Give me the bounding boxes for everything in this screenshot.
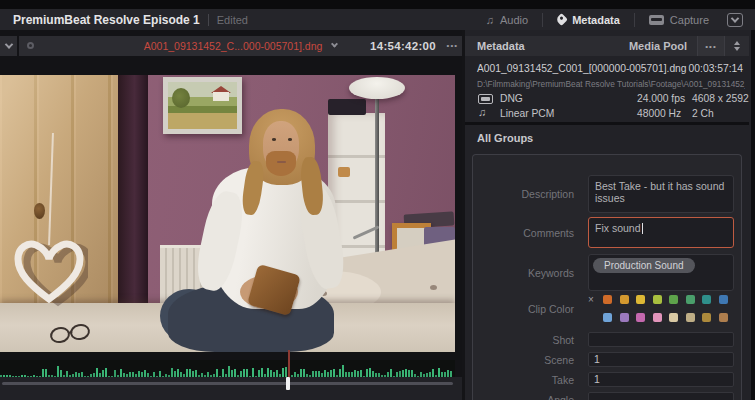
- scene-input[interactable]: 1: [588, 352, 734, 367]
- triangle-up-icon: [734, 41, 740, 45]
- playhead-line: [288, 350, 290, 377]
- shot-label: Shot: [473, 334, 583, 346]
- project-status: Edited: [217, 14, 248, 26]
- clip-color-swatch[interactable]: [719, 313, 728, 322]
- nav-metadata-button[interactable]: Metadata: [543, 9, 634, 30]
- clip-color-swatch[interactable]: [620, 295, 629, 304]
- scene-painting: [163, 77, 242, 134]
- clip-sample-rate: 48000 Hz: [637, 108, 681, 119]
- nav-capture-label: Capture: [670, 14, 709, 26]
- clip-info-section: A001_09131452_C001_[000000-005701].dng 0…: [465, 60, 749, 122]
- title-bar: PremiumBeat Resolve Episode 1 Edited ♫ A…: [0, 9, 755, 30]
- clip-resolution: 4608 x 2592: [692, 93, 749, 104]
- clip-color-row: Clip Color ×: [473, 295, 742, 323]
- clip-color-clear-button[interactable]: ×: [588, 295, 598, 304]
- scene-label: Scene: [473, 354, 583, 366]
- shot-row: Shot: [473, 332, 742, 347]
- chevron-down-icon: [331, 41, 338, 48]
- angle-input[interactable]: [588, 392, 734, 400]
- clip-color-swatch[interactable]: [669, 295, 678, 304]
- shot-input[interactable]: [588, 332, 734, 347]
- media-pool-button[interactable]: Media Pool: [619, 40, 697, 52]
- angle-label: Angle: [473, 394, 583, 400]
- audio-waveform[interactable]: [0, 360, 455, 377]
- clip-color-swatch[interactable]: [686, 295, 695, 304]
- nav-audio-label: Audio: [500, 14, 528, 26]
- video-frame[interactable]: [0, 75, 455, 352]
- comments-text: Fix sound: [595, 222, 641, 234]
- music-note-icon: ♫: [478, 106, 486, 118]
- clip-color-label: Clip Color: [473, 303, 583, 315]
- clip-color-swatch[interactable]: [702, 313, 711, 322]
- nav-capture-button[interactable]: Capture: [635, 9, 723, 30]
- panel-options-button[interactable]: •••: [698, 36, 724, 56]
- clip-color-swatch[interactable]: [636, 313, 645, 322]
- source-viewer: A001_09131452_C...000-005701].dng 14:54:…: [0, 30, 462, 400]
- clip-color-swatch[interactable]: [686, 313, 695, 322]
- chevron-down-icon: [731, 14, 739, 22]
- comments-row: Comments Fix sound: [473, 217, 742, 248]
- clip-fps: 24.000 fps: [637, 93, 685, 104]
- metadata-panel: Metadata Media Pool ••• A001_09131452_C0…: [465, 30, 755, 400]
- keywords-field[interactable]: Production Sound: [588, 254, 734, 291]
- clip-color-row-2: [603, 313, 738, 322]
- comments-field[interactable]: Fix sound: [588, 217, 734, 248]
- capture-card-icon: [649, 15, 664, 25]
- scene-eyeglasses: [48, 323, 96, 345]
- triangle-down-icon: [734, 47, 740, 51]
- clip-color-swatch[interactable]: [653, 295, 662, 304]
- clip-color-swatch[interactable]: [603, 313, 612, 322]
- person-beard: [266, 151, 296, 176]
- scene-heart-wreath: [10, 235, 88, 307]
- description-field[interactable]: Best Take - but it has sound issues: [588, 175, 734, 213]
- clip-filename: A001_09131452_C001_[000000-005701].dng: [477, 63, 687, 74]
- viewer-footer: [0, 377, 462, 400]
- scene-floor-lamp: [349, 77, 405, 99]
- keywords-row: Keywords Production Sound: [473, 254, 742, 291]
- clip-color-row-1: ×: [588, 295, 738, 304]
- angle-row: Angle: [473, 392, 742, 400]
- sort-toggle-button[interactable]: [725, 36, 749, 56]
- clip-file-path: D:\Filmmaking\PremiumBeat Resolve Tutori…: [477, 79, 745, 89]
- scene-lamp-pole: [375, 95, 379, 277]
- metadata-panel-title: Metadata: [477, 40, 525, 52]
- clip-video-format: DNG: [500, 93, 523, 104]
- viewer-timecode: 14:54:42:00: [370, 36, 436, 56]
- chevron-down-icon: [4, 40, 12, 48]
- clip-color-swatch[interactable]: [702, 295, 711, 304]
- take-label: Take: [473, 374, 583, 386]
- title-divider: [208, 14, 209, 26]
- titlebar-nav: ♫ Audio Metadata Capture: [472, 9, 755, 30]
- clip-color-swatch[interactable]: [719, 295, 728, 304]
- scene-row: Scene 1: [473, 352, 742, 367]
- nav-audio-button[interactable]: ♫ Audio: [472, 9, 542, 30]
- scene-shelf-items: [328, 99, 366, 115]
- clip-color-swatch[interactable]: [669, 313, 678, 322]
- scrubber-track[interactable]: [2, 382, 453, 385]
- viewer-expand-button[interactable]: [0, 36, 17, 56]
- metadata-panel-header: Metadata Media Pool •••: [465, 36, 749, 56]
- metadata-group-filter[interactable]: All Groups: [477, 128, 533, 148]
- panel-collapse-button[interactable]: [727, 13, 743, 27]
- davinci-resolve-media-page: PremiumBeat Resolve Episode 1 Edited ♫ A…: [0, 0, 755, 400]
- keyword-tag[interactable]: Production Sound: [593, 258, 695, 273]
- take-input[interactable]: 1: [588, 372, 734, 387]
- clip-color-swatches: ×: [588, 295, 738, 331]
- clip-duration: 00:03:57:14: [689, 63, 743, 74]
- keywords-label: Keywords: [473, 267, 583, 279]
- description-text: Best Take - but it has sound issues: [595, 180, 724, 204]
- metadata-fields-scroll-area[interactable]: Description Best Take - but it has sound…: [472, 154, 742, 400]
- viewer-options-button[interactable]: •••: [447, 36, 458, 56]
- description-label: Description: [473, 188, 583, 200]
- nav-metadata-label: Metadata: [572, 14, 620, 26]
- take-row: Take 1: [473, 372, 742, 387]
- description-row: Description Best Take - but it has sound…: [473, 175, 742, 213]
- section-divider: [465, 122, 749, 125]
- scrubber-handle[interactable]: [286, 377, 290, 390]
- clip-color-swatch[interactable]: [620, 313, 629, 322]
- clip-color-swatch[interactable]: [653, 313, 662, 322]
- comments-label: Comments: [473, 227, 583, 239]
- clip-color-swatch[interactable]: [603, 295, 612, 304]
- clip-audio-format: Linear PCM: [500, 108, 554, 119]
- clip-color-swatch[interactable]: [636, 295, 645, 304]
